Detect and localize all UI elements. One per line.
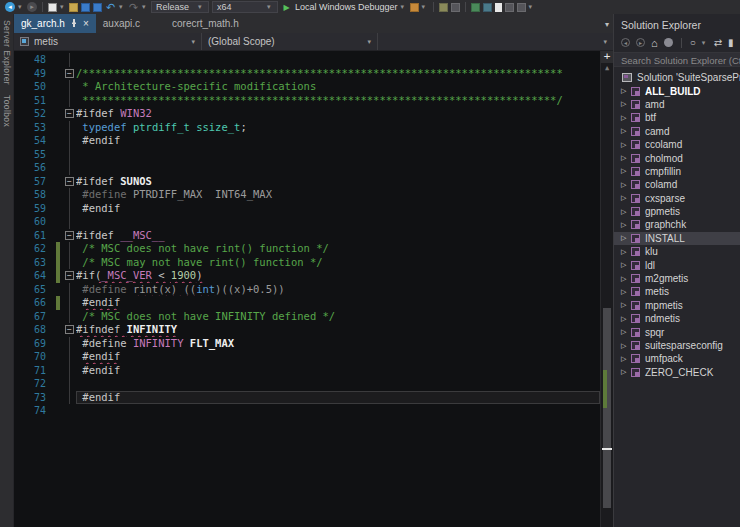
tree-item-cholmod[interactable]: ▷cholmod: [614, 151, 740, 164]
code-line-text[interactable]: /* MSC does not have INFINITY defined */: [76, 310, 600, 324]
step-over-icon[interactable]: [451, 3, 460, 12]
code-line[interactable]: 59 #endif: [14, 202, 600, 216]
tab-corecrt_math.h[interactable]: corecrt_math.h: [165, 14, 246, 33]
search-solution-explorer-input[interactable]: Search Solution Explorer (Ctrl-: [614, 52, 740, 67]
code-line-text[interactable]: typedef ptrdiff_t ssize_t;: [76, 121, 600, 135]
next-bookmark-icon[interactable]: [517, 3, 526, 12]
tree-item-graphchk[interactable]: ▷graphchk: [614, 218, 740, 231]
toolbox-vertical-tab[interactable]: Toolbox: [2, 95, 12, 127]
code-line[interactable]: 57−#ifdef SUNOS: [14, 175, 600, 189]
code-line-text[interactable]: /* MSC does not have rint() function */: [76, 242, 600, 256]
code-line[interactable]: 51 *************************************…: [14, 94, 600, 108]
home-icon[interactable]: ⌂: [651, 37, 658, 49]
code-line-text[interactable]: [76, 161, 600, 175]
tree-item-klu[interactable]: ▷klu: [614, 245, 740, 258]
code-line[interactable]: 70 #endif: [14, 350, 600, 364]
code-line-text[interactable]: #if(_MSC_VER < 1900): [76, 269, 600, 283]
sync-with-active-document-icon[interactable]: ⇄: [714, 37, 722, 48]
code-line[interactable]: 62 /* MSC does not have rint() function …: [14, 242, 600, 256]
uncomment-lines-icon[interactable]: [483, 3, 492, 12]
scroll-up-icon[interactable]: ▲: [601, 63, 613, 73]
undo-icon[interactable]: ↶: [105, 2, 116, 13]
expand-arrow-icon[interactable]: ▷: [621, 328, 631, 336]
solution-platform-dropdown[interactable]: x64 ▾: [212, 1, 278, 13]
code-line-text[interactable]: #ifdef __MSC__: [76, 229, 600, 243]
tree-item-ALL_BUILD[interactable]: ▷ALL_BUILD: [614, 84, 740, 97]
code-line[interactable]: 64−#if(_MSC_VER < 1900): [14, 269, 600, 283]
code-line-text[interactable]: [76, 404, 600, 418]
pending-changes-filter-icon[interactable]: ○: [690, 37, 696, 48]
code-line[interactable]: 60: [14, 215, 600, 229]
code-line-text[interactable]: /***************************************…: [76, 67, 600, 81]
tree-item-ZERO_CHECK[interactable]: ▷ZERO_CHECK: [614, 366, 740, 379]
expand-arrow-icon[interactable]: ▷: [621, 127, 631, 135]
navigate-forward-icon[interactable]: ▸: [27, 2, 37, 12]
editor-scrollbar[interactable]: + ▲: [600, 51, 613, 527]
expand-arrow-icon[interactable]: ▷: [621, 181, 631, 189]
debugger-target-label[interactable]: Local Windows Debugger: [295, 2, 398, 12]
fold-toggle-icon[interactable]: −: [65, 69, 74, 78]
expand-arrow-icon[interactable]: ▷: [621, 167, 631, 175]
tab-gk_arch.h[interactable]: gk_arch.h×: [14, 14, 96, 33]
expand-arrow-icon[interactable]: ▷: [621, 368, 631, 376]
expand-arrow-icon[interactable]: ▷: [621, 194, 631, 202]
code-line-text[interactable]: [76, 53, 600, 67]
code-line-text[interactable]: /* MSC may not have rint() function */: [76, 256, 600, 270]
expand-arrow-icon[interactable]: ▷: [621, 355, 631, 363]
undo-caret-icon[interactable]: ▾: [119, 3, 125, 11]
redo-caret-icon[interactable]: ▾: [142, 3, 148, 11]
expand-arrow-icon[interactable]: ▷: [621, 221, 631, 229]
tree-item-cmpfillin[interactable]: ▷cmpfillin: [614, 165, 740, 178]
code-line[interactable]: 72: [14, 377, 600, 391]
code-line[interactable]: 54 #endif: [14, 134, 600, 148]
expand-arrow-icon[interactable]: ▷: [621, 87, 631, 95]
code-line-text[interactable]: #endif: [76, 350, 600, 364]
start-debugging-icon[interactable]: ▶: [281, 2, 292, 13]
tree-item-btf[interactable]: ▷btf: [614, 111, 740, 124]
toolbar-overflow-caret-icon[interactable]: ▾: [529, 3, 535, 11]
code-line[interactable]: 56: [14, 161, 600, 175]
code-line[interactable]: 66 #endif: [14, 296, 600, 310]
member-dropdown[interactable]: ▾: [378, 33, 613, 50]
expand-arrow-icon[interactable]: ▷: [621, 141, 631, 149]
expand-arrow-icon[interactable]: ▷: [621, 342, 631, 350]
solution-node[interactable]: Solution 'SuiteSparseProj: [614, 71, 740, 84]
split-window-handle[interactable]: +: [601, 51, 613, 63]
code-line[interactable]: 50 * Architecture-specific modifications: [14, 80, 600, 94]
expand-arrow-icon[interactable]: ▷: [621, 154, 631, 162]
code-line-text[interactable]: #endif: [76, 134, 600, 148]
code-line[interactable]: 67 /* MSC does not have INFINITY defined…: [14, 310, 600, 324]
close-tab-icon[interactable]: ×: [83, 19, 89, 29]
tree-item-camd[interactable]: ▷camd: [614, 125, 740, 138]
code-line-text[interactable]: #endif: [76, 202, 600, 216]
tree-item-mpmetis[interactable]: ▷mpmetis: [614, 299, 740, 312]
tree-item-ndmetis[interactable]: ▷ndmetis: [614, 312, 740, 325]
code-line[interactable]: 65 #define rint(x) ((int)((x)+0.5)): [14, 283, 600, 297]
expand-arrow-icon[interactable]: ▷: [621, 248, 631, 256]
pin-icon[interactable]: [70, 18, 78, 29]
code-line[interactable]: 73 #endif: [14, 391, 600, 405]
navigate-backward-icon[interactable]: ◂: [5, 2, 15, 12]
fold-toggle-icon[interactable]: −: [65, 109, 74, 118]
tab-auxapi.c[interactable]: auxapi.c: [96, 14, 147, 33]
expand-arrow-icon[interactable]: ▷: [621, 275, 631, 283]
code-line[interactable]: 48: [14, 53, 600, 67]
code-line[interactable]: 63 /* MSC may not have rint() function *…: [14, 256, 600, 270]
switch-views-icon[interactable]: [664, 38, 673, 47]
code-line-text[interactable]: ****************************************…: [76, 94, 600, 108]
code-line-text[interactable]: #define PTRDIFF_MAX INT64_MAX: [76, 188, 600, 202]
code-line-text[interactable]: #ifndef INFINITY: [76, 323, 600, 337]
new-file-caret-icon[interactable]: ▾: [60, 3, 66, 11]
code-line[interactable]: 71 #endif: [14, 364, 600, 378]
previous-bookmark-icon[interactable]: [505, 3, 514, 12]
scope-dropdown[interactable]: (Global Scope) ▾: [202, 33, 378, 50]
code-line-text[interactable]: [76, 215, 600, 229]
se-forward-icon[interactable]: ▸: [636, 38, 645, 47]
tree-item-ccolamd[interactable]: ▷ccolamd: [614, 138, 740, 151]
navigate-backward-caret-icon[interactable]: ▾: [18, 3, 24, 11]
code-line-text[interactable]: * Architecture-specific modifications: [76, 80, 600, 94]
step-into-icon[interactable]: [439, 3, 448, 12]
code-line-text[interactable]: #endif: [76, 364, 600, 378]
refresh-icon[interactable]: ▮: [728, 37, 734, 48]
code-line-text[interactable]: [76, 377, 600, 391]
